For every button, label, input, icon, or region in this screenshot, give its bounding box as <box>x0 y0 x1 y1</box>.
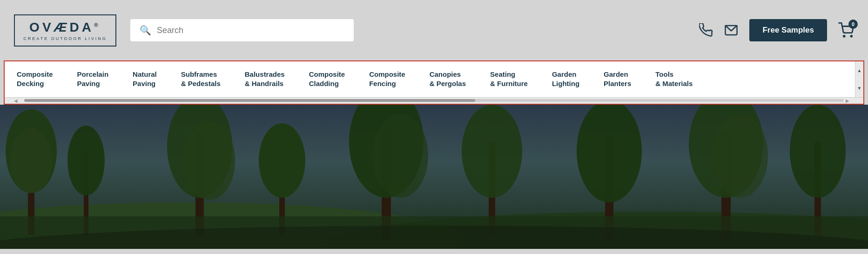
svg-point-15 <box>259 123 305 198</box>
cart-badge: 0 <box>848 20 858 29</box>
hero-section <box>0 105 868 249</box>
svg-point-27 <box>790 105 846 198</box>
nav-item-composite-cladding[interactable]: CompositeCladding <box>297 61 357 97</box>
hero-background <box>0 105 868 249</box>
svg-point-10 <box>67 126 105 195</box>
scroll-down-arrow[interactable]: ▼ <box>855 79 863 97</box>
email-button[interactable] <box>724 24 738 36</box>
logo-tagline: CREATE OUTDOOR LIVING <box>23 36 107 41</box>
nav-item-porcelain-paving[interactable]: PorcelainPaving <box>65 61 121 97</box>
search-bar: 🔍 <box>130 19 354 41</box>
svg-point-2 <box>851 35 852 37</box>
search-icon: 🔍 <box>140 25 151 36</box>
header-right: Free Samples 0 <box>699 19 854 41</box>
email-icon <box>724 24 738 36</box>
scroll-left-btn[interactable]: ◀ <box>14 98 22 103</box>
svg-point-1 <box>843 35 845 37</box>
nav-item-seating-furniture[interactable]: Seating& Furniture <box>478 61 540 97</box>
nav-item-balustrades-handrails[interactable]: Balustrades& Handrails <box>233 61 297 97</box>
svg-point-25 <box>712 114 768 198</box>
logo-brand: OVÆDA® <box>29 20 101 35</box>
bottom-scrollbar: ◀ ▶ <box>5 97 863 104</box>
svg-point-8 <box>10 128 52 193</box>
nav-item-garden-planters[interactable]: GardenPlanters <box>592 61 643 97</box>
nav-bar-outer: CompositeDeckingPorcelainPavingNaturalPa… <box>4 60 864 105</box>
header: OVÆDA® CREATE OUTDOOR LIVING 🔍 Free Samp… <box>0 0 868 60</box>
horizontal-scrollbar-track[interactable] <box>24 99 844 102</box>
nav-item-natural-paving[interactable]: NaturalPaving <box>121 61 169 97</box>
nav-item-subframes-pedestals[interactable]: Subframes& Pedestals <box>169 61 233 97</box>
nav-item-canopies-pergolas[interactable]: Canopies& Pergolas <box>417 61 478 97</box>
cart-wrapper[interactable]: 0 <box>838 22 854 38</box>
nav-item-tools-materials[interactable]: Tools& Materials <box>643 61 705 97</box>
nav-item-composite-fencing[interactable]: CompositeFencing <box>357 61 417 97</box>
svg-point-13 <box>184 121 235 200</box>
nav-scroll-arrows: ▲ ▼ <box>855 61 863 97</box>
nav-item-garden-lighting[interactable]: GardenLighting <box>540 61 592 97</box>
horizontal-scrollbar-thumb <box>24 99 475 102</box>
free-samples-button[interactable]: Free Samples <box>749 19 827 41</box>
search-input[interactable] <box>157 26 344 35</box>
svg-point-20 <box>462 105 522 198</box>
svg-point-22 <box>577 105 642 202</box>
scroll-right-btn[interactable]: ▶ <box>846 98 854 103</box>
nav-bar: CompositeDeckingPorcelainPavingNaturalPa… <box>5 61 855 97</box>
phone-button[interactable] <box>699 23 713 37</box>
logo[interactable]: OVÆDA® CREATE OUTDOOR LIVING <box>14 14 116 47</box>
scroll-up-arrow[interactable]: ▲ <box>855 61 863 79</box>
svg-point-18 <box>372 114 428 198</box>
phone-icon <box>699 23 713 37</box>
nav-item-composite-decking[interactable]: CompositeDecking <box>5 61 65 97</box>
